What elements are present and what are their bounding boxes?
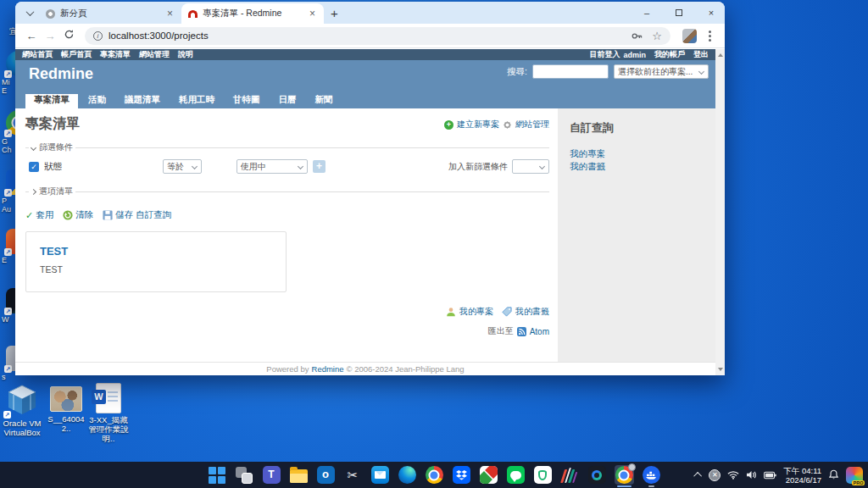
browser-menu-button[interactable] xyxy=(701,30,718,42)
search-input[interactable] xyxy=(532,64,609,79)
sign-out-link[interactable]: 登出 xyxy=(693,49,709,60)
tab-calendar[interactable]: 日曆 xyxy=(270,92,305,108)
taskbar-loop-app[interactable] xyxy=(587,465,607,485)
status-busy-icon[interactable]: ✕ xyxy=(709,469,721,481)
project-link[interactable]: TEST xyxy=(40,245,68,258)
tab-spent-time[interactable]: 耗用工時 xyxy=(170,92,223,108)
browser-toolbar: ← → i localhost:3000/projects ☆ xyxy=(15,24,725,48)
vertical-scrollbar[interactable] xyxy=(715,49,725,375)
site-info-icon[interactable]: i xyxy=(93,31,103,41)
forward-button[interactable]: → xyxy=(41,30,59,42)
taskbar-docker[interactable] xyxy=(642,465,661,485)
signal-bars-icon xyxy=(560,468,579,483)
redmine-footer-link[interactable]: Redmine xyxy=(312,364,344,374)
taskbar-edge[interactable] xyxy=(398,465,417,485)
options-fieldset: 選項清單 xyxy=(25,186,549,199)
scroll-up-arrow[interactable] xyxy=(718,53,723,57)
shortcut-arrow-icon: ↗ xyxy=(4,308,12,315)
taskbar-chrome[interactable] xyxy=(425,465,444,485)
topmenu-projects[interactable]: 專案清單 xyxy=(100,49,131,60)
address-bar[interactable]: i localhost:3000/projects ☆ xyxy=(85,27,670,45)
taskbar-chrome-active[interactable] xyxy=(615,465,634,485)
status-filter-checkbox[interactable]: ✓ xyxy=(29,162,39,172)
shortcut-arrow-icon: ↗ xyxy=(4,248,12,256)
jump-to-project-select[interactable]: 選擇欲前往的專案... xyxy=(614,64,709,79)
logged-in-user[interactable]: admin xyxy=(623,51,646,59)
bookmark-star-icon[interactable]: ☆ xyxy=(652,30,662,42)
shortcut-arrow-icon: ↗ xyxy=(4,70,12,78)
taskbar-snipping-tool[interactable]: ✂ xyxy=(343,465,363,485)
taskbar-teams[interactable]: T xyxy=(262,465,281,485)
taskbar-dropbox[interactable] xyxy=(452,465,471,485)
taskbar-security-app[interactable] xyxy=(533,465,553,485)
tab-projects[interactable]: 專案清單 xyxy=(25,92,78,108)
operator-select[interactable]: 等於 xyxy=(163,159,202,174)
my-account-link[interactable]: 我的帳戶 xyxy=(654,49,685,60)
apply-button[interactable]: ✓ 套用 xyxy=(25,209,53,221)
browser-tab-newtab[interactable]: 新分頁 × xyxy=(39,3,181,24)
reload-button[interactable] xyxy=(59,29,78,42)
battery-icon[interactable] xyxy=(764,471,776,480)
taskbar-file-explorer[interactable] xyxy=(289,465,309,485)
sidebar-my-projects-link[interactable]: 我的專案 xyxy=(570,147,715,160)
redmine-top-menu: 網站首頁 帳戶首頁 專案清單 網站管理 說明 目前登入 admin 我的帳戶 登… xyxy=(15,49,715,60)
atom-export-link[interactable]: Atom xyxy=(530,327,549,336)
add-filter-select[interactable] xyxy=(512,159,549,174)
taskbar-mail[interactable] xyxy=(370,465,390,485)
green-red-app-icon xyxy=(480,466,498,484)
minimize-button[interactable]: – xyxy=(642,8,652,18)
my-projects-link[interactable]: 我的專案 xyxy=(459,306,493,318)
desktop-icon-virtualbox[interactable]: ↗ Oracle VM VirtualBox xyxy=(0,383,44,437)
volume-icon[interactable] xyxy=(746,470,757,480)
new-project-link[interactable]: 建立新專案 xyxy=(457,119,499,130)
notifications-bell-icon[interactable] xyxy=(828,469,839,480)
taskbar-photos-app[interactable] xyxy=(479,465,498,485)
search-label: 搜尋: xyxy=(507,66,527,78)
windows-logo-icon xyxy=(209,467,225,484)
status-value-select[interactable]: 使用中 xyxy=(236,159,308,174)
clear-button[interactable]: 清除 xyxy=(63,209,93,221)
scroll-down-arrow[interactable] xyxy=(718,368,723,371)
wifi-icon[interactable] xyxy=(727,470,739,480)
close-window-button[interactable]: × xyxy=(706,8,716,18)
close-tab-icon[interactable]: × xyxy=(308,8,317,19)
my-bookmarks-link[interactable]: 我的書籤 xyxy=(515,306,549,318)
pro-app-icon[interactable]: PRO xyxy=(846,467,863,484)
shortcut-arrow-icon: ↗ xyxy=(4,365,12,373)
add-value-button[interactable]: + xyxy=(313,160,326,173)
task-view-button[interactable] xyxy=(235,465,254,485)
maximize-button[interactable] xyxy=(674,8,684,18)
tab-gantt[interactable]: 甘特圖 xyxy=(225,92,269,108)
profile-avatar[interactable] xyxy=(682,29,697,43)
filters-legend[interactable]: 篩選條件 xyxy=(29,141,75,153)
site-admin-link[interactable]: 網站管理 xyxy=(515,119,549,130)
back-button[interactable]: ← xyxy=(22,30,41,42)
shortcut-arrow-icon: ↗ xyxy=(3,411,11,419)
taskbar-line[interactable] xyxy=(506,465,526,485)
topmenu-home[interactable]: 網站首頁 xyxy=(22,49,53,60)
start-button[interactable] xyxy=(208,465,227,485)
collapsed-caret-icon xyxy=(31,188,36,194)
topmenu-my-page[interactable]: 帳戶首頁 xyxy=(61,49,92,60)
close-tab-icon[interactable]: × xyxy=(165,8,175,19)
sidebar-my-bookmarks-link[interactable]: 我的書籤 xyxy=(570,160,715,173)
tab-activity[interactable]: 活動 xyxy=(80,92,114,108)
chevron-down-icon xyxy=(25,8,34,16)
desktop-icon-photo[interactable]: S__640042.. xyxy=(44,383,88,433)
options-legend[interactable]: 選項清單 xyxy=(29,186,75,197)
shortcut-arrow-icon: ↗ xyxy=(4,130,12,137)
save-query-button[interactable]: 儲存 自訂查詢 xyxy=(103,209,171,221)
taskbar-clock[interactable]: 下午 04:11 2024/6/17 xyxy=(783,466,821,485)
topmenu-administration[interactable]: 網站管理 xyxy=(139,49,170,60)
browser-tab-redmine[interactable]: 專案清單 - Redmine × xyxy=(181,3,324,24)
password-key-icon[interactable] xyxy=(631,30,643,42)
new-tab-button[interactable]: + xyxy=(331,6,338,20)
desktop-icon-word-doc[interactable]: W 3-XX_揭藏管理作業說明.. xyxy=(86,383,131,443)
tab-news[interactable]: 新聞 xyxy=(307,92,342,108)
status-filter-label: 狀態 xyxy=(44,161,163,173)
topmenu-help[interactable]: 說明 xyxy=(178,49,193,60)
taskbar-outlook[interactable]: o xyxy=(316,465,336,485)
taskbar-signal-bars-app[interactable] xyxy=(560,465,580,485)
tab-issues[interactable]: 議題清單 xyxy=(116,92,169,108)
tab-search-button[interactable] xyxy=(22,5,37,20)
